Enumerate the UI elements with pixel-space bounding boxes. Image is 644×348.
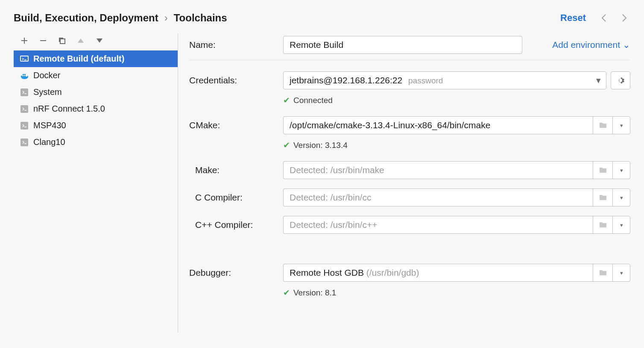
check-icon: ✔ — [283, 95, 290, 105]
system-icon — [20, 88, 29, 97]
list-item-label: Clang10 — [33, 137, 65, 147]
debugger-label: Debugger: — [189, 268, 283, 278]
name-input[interactable] — [283, 36, 522, 54]
add-environment-label: Add environment — [552, 40, 620, 50]
debugger-version: ✔ Version: 8.1 — [283, 288, 336, 298]
chevron-right-icon: › — [164, 12, 168, 24]
cpp-compiler-input[interactable]: Detected: /usr/bin/c++ — [283, 216, 593, 234]
check-icon: ✔ — [283, 288, 290, 298]
cmake-version: ✔ Version: 3.13.4 — [283, 140, 348, 150]
browse-button[interactable] — [593, 264, 612, 282]
copy-button[interactable] — [57, 36, 67, 45]
cmake-input[interactable]: /opt/cmake/cmake-3.13.4-Linux-x86_64/bin… — [283, 116, 593, 134]
system-icon — [20, 121, 29, 130]
breadcrumb-level1[interactable]: Build, Execution, Deployment — [14, 12, 158, 24]
dropdown-button[interactable]: ▾ — [612, 216, 630, 234]
credentials-settings-button[interactable] — [611, 71, 630, 89]
make-label: Make: — [189, 165, 283, 175]
back-button[interactable] — [598, 12, 610, 24]
list-item-label: MSP430 — [33, 121, 66, 130]
list-item-label: Docker — [33, 71, 60, 80]
move-down-button[interactable] — [95, 36, 104, 45]
chevron-down-icon: ▾ — [594, 75, 603, 86]
add-environment-link[interactable]: Add environment ⌄ — [552, 40, 630, 50]
credentials-status: ✔ Connected — [283, 95, 333, 105]
list-item[interactable]: Clang10 — [14, 134, 178, 150]
credentials-value: jetbrains@192.168.1.226:22 — [290, 75, 402, 85]
system-icon — [20, 138, 29, 147]
list-item[interactable]: nRF Connect 1.5.0 — [14, 100, 178, 117]
name-label: Name: — [189, 40, 283, 50]
move-up-button[interactable] — [76, 36, 85, 45]
breadcrumb-level2: Toolchains — [174, 12, 227, 24]
chevron-down-icon: ⌄ — [623, 40, 630, 50]
docker-icon — [20, 71, 29, 80]
system-icon — [20, 104, 29, 114]
list-item[interactable]: MSP430 — [14, 117, 178, 134]
reset-link[interactable]: Reset — [560, 12, 586, 24]
cpp-compiler-label: C++ Compiler: — [189, 220, 283, 230]
remote-icon — [20, 54, 29, 64]
toolchain-list: Remote Build (default) Docker System — [14, 50, 178, 150]
browse-button[interactable] — [593, 189, 612, 206]
cmake-label: CMake: — [189, 120, 283, 130]
credentials-combo[interactable]: jetbrains@192.168.1.226:22 password ▾ — [283, 71, 606, 89]
browse-button[interactable] — [593, 116, 612, 134]
debugger-input[interactable]: Remote Host GDB (/usr/bin/gdb) — [283, 264, 593, 282]
credentials-label: Credentials: — [189, 75, 283, 86]
dropdown-button[interactable]: ▾ — [612, 161, 630, 179]
dropdown-button[interactable]: ▾ — [612, 116, 630, 134]
list-item-label: Remote Build (default) — [33, 54, 124, 64]
list-item[interactable]: Remote Build (default) — [14, 50, 178, 67]
breadcrumb: Build, Execution, Deployment › Toolchain… — [14, 12, 560, 24]
add-button[interactable] — [20, 36, 29, 45]
credentials-hint: password — [408, 76, 443, 85]
c-compiler-input[interactable]: Detected: /usr/bin/cc — [283, 189, 593, 206]
sidebar-toolbar — [14, 33, 178, 50]
make-input[interactable]: Detected: /usr/bin/make — [283, 161, 593, 179]
dropdown-button[interactable]: ▾ — [612, 264, 630, 282]
svg-rect-1 — [20, 56, 28, 61]
dropdown-button[interactable]: ▾ — [612, 189, 630, 206]
list-item[interactable]: System — [14, 84, 178, 100]
form-panel: Name: Add environment ⌄ Credentials: — [178, 33, 630, 333]
forward-button[interactable] — [618, 12, 630, 24]
c-compiler-label: C Compiler: — [189, 192, 283, 203]
svg-rect-0 — [60, 39, 65, 44]
browse-button[interactable] — [593, 161, 612, 179]
divider — [189, 60, 630, 60]
toolchain-sidebar: Remote Build (default) Docker System — [14, 33, 178, 333]
list-item-label: nRF Connect 1.5.0 — [33, 104, 105, 114]
list-item[interactable]: Docker — [14, 67, 178, 84]
browse-button[interactable] — [593, 216, 612, 234]
check-icon: ✔ — [283, 140, 290, 150]
list-item-label: System — [33, 87, 62, 97]
remove-button[interactable] — [38, 36, 48, 45]
